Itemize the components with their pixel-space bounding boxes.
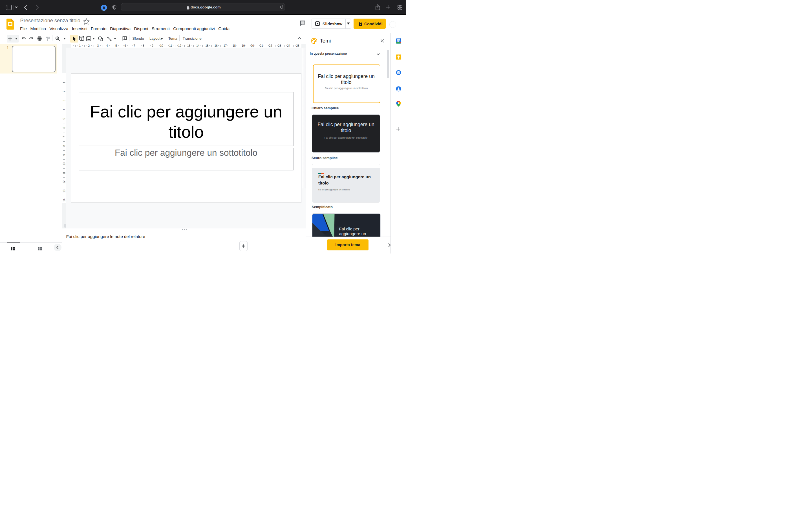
svg-text:31: 31	[397, 40, 400, 42]
